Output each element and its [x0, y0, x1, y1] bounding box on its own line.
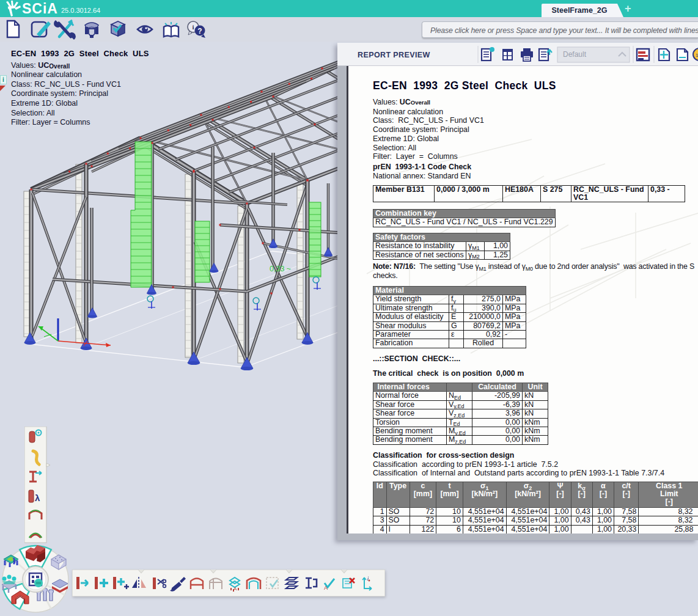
svg-text:Default: Default: [563, 50, 587, 59]
svg-text:λ: λ: [35, 493, 40, 503]
svg-text:A: A: [233, 586, 237, 592]
svg-text:100: 100: [696, 53, 698, 58]
svg-text:0,33 ~: 0,33 ~: [270, 265, 291, 273]
svg-text:A: A: [324, 585, 328, 591]
svg-text:?: ?: [197, 27, 202, 35]
svg-text:i: i: [192, 23, 194, 31]
